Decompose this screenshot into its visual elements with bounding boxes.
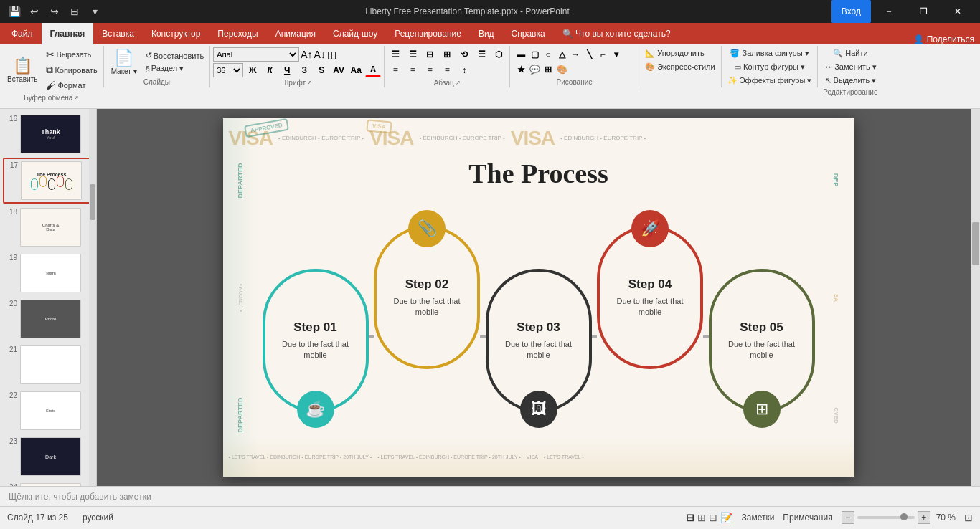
align-text-button[interactable]: ☰ xyxy=(473,47,489,62)
slide-thumb-17[interactable]: 17 The Process xyxy=(3,158,93,204)
canvas-scrollbar-thumb[interactable] xyxy=(972,222,979,265)
normal-view-button[interactable]: ⊟ xyxy=(686,512,694,523)
comments-button[interactable]: Примечания xyxy=(783,513,832,523)
font-size-select[interactable]: 36 xyxy=(213,63,243,77)
presentation-start-button[interactable]: ⊟ xyxy=(66,3,83,20)
text-shadow-button[interactable]: S xyxy=(314,63,329,77)
font-color-button[interactable]: A xyxy=(365,63,381,77)
line-spacing-button[interactable]: ↕ xyxy=(456,63,472,77)
shape-outline-button[interactable]: ▭ Контур фигуры ▾ xyxy=(731,61,808,73)
step-03-oval[interactable]: Step 03 Due to the fact that mobile 🖼 xyxy=(486,269,592,412)
restore-button[interactable]: ❐ xyxy=(907,0,940,23)
tab-slideshow[interactable]: Слайд-шоу xyxy=(324,23,386,44)
tab-insert[interactable]: Вставка xyxy=(93,23,143,44)
shape-effects-button[interactable]: ✨ Эффекты фигуры ▾ xyxy=(725,75,815,87)
font-family-select[interactable]: Arial xyxy=(213,47,299,62)
notes-bar[interactable]: Щёлкните, чтобы добавить заметки xyxy=(0,486,980,506)
tab-animations[interactable]: Анимация xyxy=(267,23,324,44)
slide-thumb-23[interactable]: 23 Dark xyxy=(3,434,93,479)
zoom-slider[interactable] xyxy=(857,516,915,519)
step-02-oval[interactable]: Step 02 Due to the fact that mobile 📎 xyxy=(374,226,480,369)
italic-button[interactable]: К xyxy=(262,63,278,77)
cut-button[interactable]: ✂ Вырезать xyxy=(43,47,100,62)
tab-transitions[interactable]: Переходы xyxy=(209,23,266,44)
underline-button[interactable]: Ч xyxy=(279,63,295,77)
format-painter-button[interactable]: 🖌 Формат xyxy=(43,78,100,92)
find-button[interactable]: 🔍 Найти xyxy=(830,47,870,59)
font-expand-button[interactable]: ↗ xyxy=(307,80,312,86)
slide-thumb-18[interactable]: 18 Charts &Data xyxy=(3,205,93,249)
shape-fill-button[interactable]: 🪣 Заливка фигуры ▾ xyxy=(727,47,811,59)
select-button[interactable]: ↖ Выделить ▾ xyxy=(822,75,880,87)
slide-thumb-21[interactable]: 21 xyxy=(3,343,93,387)
tab-help[interactable]: Справка xyxy=(503,23,554,44)
tab-file[interactable]: Файл xyxy=(3,23,42,44)
align-center-button[interactable]: ≡ xyxy=(405,63,420,77)
smartart-button[interactable]: ⬡ xyxy=(491,47,507,62)
paragraph-expand-button[interactable]: ↗ xyxy=(456,80,461,86)
spacing-button[interactable]: AV xyxy=(331,63,347,77)
close-button[interactable]: ✕ xyxy=(941,0,974,23)
justify-button[interactable]: ≡ xyxy=(439,63,455,77)
quick-styles-button[interactable]: 🎨 xyxy=(554,62,570,77)
redo-button[interactable]: ↪ xyxy=(46,3,63,20)
zoom-slider-thumb[interactable] xyxy=(900,513,908,520)
step-04-oval[interactable]: Step 04 Due to the fact that mobile 🚀 xyxy=(597,226,703,369)
tab-design[interactable]: Конструктор xyxy=(143,23,209,44)
tab-search[interactable]: 🔍 Что вы хотите сделать? xyxy=(554,23,679,44)
align-right-button[interactable]: ≡ xyxy=(422,63,438,77)
express-styles-button[interactable]: 🎨 Экспресс-стили xyxy=(642,61,718,73)
replace-button[interactable]: ↔ Заменить ▾ xyxy=(821,61,880,73)
signin-button[interactable]: Вход xyxy=(831,0,871,23)
columns-button[interactable]: ⊞ xyxy=(439,47,455,62)
slide-thumb-24[interactable]: 24 xyxy=(3,480,93,486)
new-slide-button[interactable]: 📄 Макет ▾ xyxy=(107,47,141,77)
notes-status-button[interactable]: Заметки xyxy=(741,513,774,523)
tab-view[interactable]: Вид xyxy=(470,23,503,44)
slide-thumb-19[interactable]: 19 Team xyxy=(3,251,93,295)
zoom-in-button[interactable]: + xyxy=(918,511,930,524)
font-shrink-icon[interactable]: A↓ xyxy=(314,49,326,60)
slide-canvas[interactable]: VISA • EDINBURGH • EUROPE TRIP • VISA • … xyxy=(223,118,854,477)
text-direction-button[interactable]: ⟲ xyxy=(456,47,472,62)
clipboard-expand-button[interactable]: ↗ xyxy=(74,95,79,101)
shape-more[interactable]: ▾ xyxy=(608,47,624,62)
arrange-order-button[interactable]: 📐 Упорядочить xyxy=(642,47,707,59)
step-05-oval[interactable]: Step 05 Due to the fact that mobile ⊞ xyxy=(709,269,815,412)
numbered-list-button[interactable]: ☰ xyxy=(405,47,420,62)
tab-home[interactable]: Главная xyxy=(42,23,94,44)
paste-button[interactable]: 📋 Вставить xyxy=(3,55,42,85)
bold-button[interactable]: Ж xyxy=(245,63,260,77)
section-button[interactable]: § Раздел ▾ xyxy=(143,62,207,75)
slide-thumb-16[interactable]: 16 Thank You! xyxy=(3,112,93,156)
clear-format-button[interactable]: ◫ xyxy=(327,49,336,60)
align-left-button[interactable]: ≡ xyxy=(387,63,403,77)
canvas-area: VISA • EDINBURGH • EUROPE TRIP • VISA • … xyxy=(97,109,980,486)
sidebar-scrollbar-thumb[interactable] xyxy=(90,184,95,220)
slide-thumb-22[interactable]: 22 Stats xyxy=(3,389,93,433)
font-grow-icon[interactable]: A↑ xyxy=(301,49,312,60)
slide-sorter-button[interactable]: ⊟ xyxy=(709,512,717,523)
tab-review[interactable]: Рецензирование xyxy=(386,23,470,44)
sidebar-scrollbar[interactable] xyxy=(89,109,96,486)
list-level-button[interactable]: ⊟ xyxy=(422,47,438,62)
zoom-out-button[interactable]: − xyxy=(842,511,854,524)
outline-view-button[interactable]: ⊞ xyxy=(697,512,706,523)
save-button[interactable]: 💾 xyxy=(6,3,23,20)
slide-thumb-20[interactable]: 20 Photo xyxy=(3,297,93,341)
canvas-scrollbar-vertical[interactable] xyxy=(971,109,980,486)
minimize-button[interactable]: − xyxy=(872,0,905,23)
customize-quick-access-button[interactable]: ▾ xyxy=(86,3,103,20)
restore-button[interactable]: ↺ Восстановить xyxy=(143,49,207,62)
undo-button[interactable]: ↩ xyxy=(26,3,43,20)
case-button[interactable]: Aa xyxy=(348,63,364,77)
ribbon-group-shape-format: 🪣 Заливка фигуры ▾ ▭ Контур фигуры ▾ ✨ Э… xyxy=(722,46,819,87)
bullet-list-button[interactable]: ☰ xyxy=(387,47,403,62)
notes-view-button[interactable]: 📝 xyxy=(720,512,732,523)
step-01-oval[interactable]: Step 01 Due to the fact that mobile ☕ xyxy=(263,269,369,412)
share-button[interactable]: 👤 Поделиться xyxy=(913,34,974,44)
step-03-wrapper: Step 03 Due to the fact that mobile 🖼 xyxy=(486,226,592,412)
fit-to-window-button[interactable]: ⊡ xyxy=(964,512,973,523)
strikethrough-button[interactable]: З xyxy=(296,63,312,77)
copy-button[interactable]: ⧉ Копировать xyxy=(43,62,100,77)
